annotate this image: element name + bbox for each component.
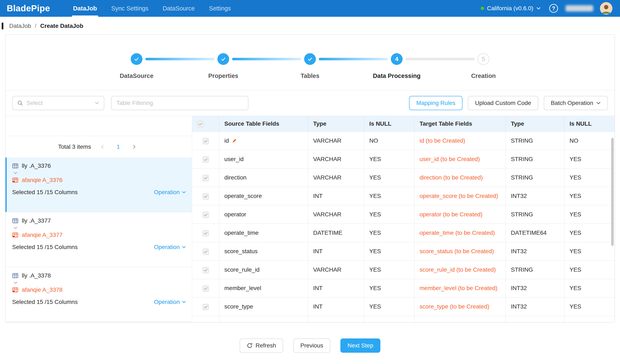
- source-null-cell: YES: [364, 187, 414, 205]
- next-page-button[interactable]: [129, 142, 139, 152]
- row-checkbox[interactable]: [202, 212, 209, 218]
- target-null-cell: YES: [564, 260, 615, 279]
- app-logo[interactable]: BladePipe: [7, 3, 50, 13]
- operation-link[interactable]: Operation: [154, 299, 186, 305]
- table-filter-input[interactable]: [111, 96, 248, 110]
- previous-button[interactable]: Previous: [293, 338, 330, 353]
- target-type-cell: INT32: [506, 242, 564, 260]
- batch-operation-button[interactable]: Batch Operation: [544, 96, 608, 110]
- source-null-cell: YES: [364, 297, 414, 316]
- operation-link[interactable]: Operation: [154, 189, 186, 196]
- previous-label: Previous: [300, 342, 323, 349]
- source-field-cell: operate_time: [219, 224, 308, 242]
- source-table-row: lly .A_3376: [12, 163, 186, 169]
- prev-page-button[interactable]: [97, 142, 108, 152]
- target-null-cell: YES: [564, 242, 615, 260]
- source-field-cell: user_id: [219, 150, 308, 168]
- operation-link[interactable]: Operation: [154, 244, 186, 250]
- target-field-cell: direction (to be Created): [414, 168, 506, 187]
- avatar[interactable]: [600, 2, 612, 15]
- table-select-dropdown[interactable]: Select: [12, 96, 104, 110]
- step-tables[interactable]: Tables: [304, 53, 316, 65]
- upload-custom-code-button[interactable]: Upload Custom Code: [468, 96, 538, 110]
- row-checkbox-cell: [192, 242, 219, 260]
- step-datasource[interactable]: DataSource: [131, 53, 142, 65]
- current-page[interactable]: 1: [114, 143, 123, 150]
- target-field-cell: member_level (to be Created): [414, 279, 506, 297]
- field-row: operator VARCHAR YES operator (to be Cre…: [192, 205, 615, 224]
- select-all-checkbox[interactable]: [197, 121, 204, 127]
- row-checkbox[interactable]: [202, 249, 209, 255]
- row-checkbox-cell: [192, 316, 219, 322]
- step-label: Properties: [208, 73, 238, 79]
- help-icon[interactable]: ?: [549, 4, 558, 13]
- nav-item[interactable]: DataJob: [66, 0, 104, 17]
- table-list-item[interactable]: lly .A_3378 afanqie A_3378 Selec: [5, 267, 192, 322]
- header-checkbox-cell: [192, 116, 219, 132]
- next-step-button[interactable]: Next Step: [340, 338, 380, 353]
- step-label: DataSource: [120, 73, 153, 79]
- table-list-item[interactable]: lly .A_3376 afanqie A_3376 Selec: [5, 157, 192, 212]
- source-null-cell: NO: [364, 132, 414, 150]
- source-type-cell: VARCHAR: [308, 150, 364, 168]
- vertical-scrollbar[interactable]: [610, 132, 614, 322]
- nav-item[interactable]: Settings: [202, 0, 238, 17]
- selected-columns-label: Selected 15 /15 Columns: [12, 189, 78, 196]
- nav-item[interactable]: Sync Settings: [104, 0, 155, 17]
- region-selector[interactable]: California (v0.6.0): [481, 5, 541, 12]
- next-step-label: Next Step: [347, 342, 373, 349]
- table-list-item[interactable]: lly .A_3377 afanqie A_3377 Selec: [5, 212, 192, 267]
- item-footer-row: Selected 15 /15 Columns Operation: [12, 244, 186, 250]
- edit-icon[interactable]: [232, 138, 237, 143]
- target-table-icon: [12, 287, 18, 293]
- target-null-cell: YES: [564, 224, 615, 242]
- step-properties[interactable]: Properties: [217, 53, 229, 65]
- refresh-button[interactable]: Refresh: [240, 338, 283, 353]
- breadcrumb-parent[interactable]: DataJob: [9, 23, 31, 29]
- batch-operation-label: Batch Operation: [551, 100, 593, 106]
- target-field-cell: score_type (to be Created): [414, 297, 506, 316]
- refresh-label: Refresh: [256, 342, 276, 349]
- source-null-cell: [364, 316, 414, 322]
- step-data-processing[interactable]: 4Data Processing: [391, 53, 403, 65]
- row-checkbox[interactable]: [202, 175, 209, 181]
- row-checkbox[interactable]: [202, 286, 209, 292]
- row-checkbox[interactable]: [202, 304, 209, 310]
- target-null-cell: YES: [564, 279, 615, 297]
- target-type-cell: STRING: [506, 205, 564, 224]
- target-type-cell: INT32: [506, 279, 564, 297]
- target-type-cell: STRING: [506, 132, 564, 150]
- chevron-down-icon: [536, 6, 541, 11]
- source-table-name: lly .A_3378: [22, 272, 51, 279]
- target-table-name: afanqie A_3378: [22, 287, 63, 293]
- total-items-label: Total 3 items: [58, 143, 91, 150]
- nav-item-label: DataSource: [163, 5, 195, 12]
- row-checkbox-cell: [192, 205, 219, 224]
- source-type-cell: VARCHAR: [308, 132, 364, 150]
- refresh-icon: [247, 343, 253, 349]
- step-creation[interactable]: 5Creation: [478, 53, 489, 65]
- field-row: direction VARCHAR YES direction (to be C…: [192, 168, 615, 187]
- step-connector: [145, 58, 215, 60]
- row-checkbox[interactable]: [202, 230, 209, 236]
- target-table-row: afanqie A_3377: [12, 232, 186, 238]
- source-type-cell: INT: [308, 187, 364, 205]
- source-field-name: member_level: [224, 285, 261, 292]
- scrollbar-thumb[interactable]: [611, 138, 614, 246]
- mapping-rules-button[interactable]: Mapping Rules: [409, 96, 463, 110]
- breadcrumb-separator: /: [35, 23, 36, 29]
- row-checkbox[interactable]: [202, 193, 209, 200]
- source-null-cell: YES: [364, 279, 414, 297]
- row-checkbox[interactable]: [202, 156, 209, 163]
- fields-table-wrap: Source Table Fields Type Is NULL Target …: [192, 116, 615, 322]
- row-checkbox[interactable]: [202, 267, 209, 273]
- source-field-name: score_status: [224, 248, 258, 255]
- step-check-icon: [217, 53, 229, 65]
- row-checkbox-cell: [192, 224, 219, 242]
- mapping-rules-label: Mapping Rules: [416, 100, 455, 106]
- nav-item[interactable]: DataSource: [155, 0, 202, 17]
- select-placeholder: Select: [26, 100, 91, 106]
- top-navbar: BladePipe DataJob Sync Settings DataSour…: [0, 0, 620, 17]
- target-null-cell: YES: [564, 168, 615, 187]
- row-checkbox[interactable]: [202, 138, 209, 144]
